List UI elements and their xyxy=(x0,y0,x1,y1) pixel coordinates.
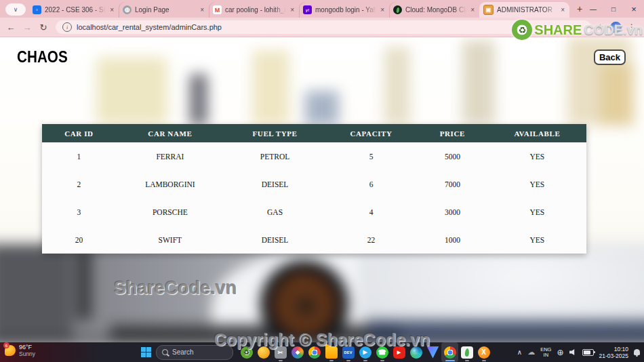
tab-close-icon[interactable]: × xyxy=(109,6,115,14)
forward-nav-button[interactable]: → xyxy=(19,19,35,35)
table-cell: 1 xyxy=(42,142,116,170)
tab-close-icon[interactable]: × xyxy=(199,6,205,14)
xampp-icon: X xyxy=(478,346,490,359)
tab-title: car pooling - lohith_mopid xyxy=(225,6,286,14)
back-nav-button[interactable]: ← xyxy=(3,19,19,35)
tab-close-icon[interactable]: × xyxy=(289,6,295,14)
table-cell: 3000 xyxy=(417,198,488,226)
site-info-icon[interactable]: i xyxy=(62,22,72,32)
sharecode-recycle-icon: ♻ xyxy=(512,20,532,40)
table-cell: 2 xyxy=(42,170,116,198)
browser-tab[interactable]: y!mongodb login - Yahoo In× xyxy=(299,2,389,18)
table-row: 1FERRAIPETROL55000YES xyxy=(42,142,586,170)
tab-title: 2022 - CSE 306 - SOFTWA xyxy=(45,6,106,14)
bg-shape xyxy=(305,91,339,125)
mongodb-compass-icon xyxy=(461,346,473,359)
table-cell: 1000 xyxy=(417,226,488,254)
sharecode-logo-share: SHARE xyxy=(534,22,582,38)
tab-search-button[interactable]: ∨ xyxy=(5,3,26,16)
minimize-button[interactable]: — xyxy=(583,0,603,18)
tab-title: ADMINISTRATOR xyxy=(497,6,557,14)
table-cell: 22 xyxy=(325,226,417,254)
sharecode-logo-code: CODE.vn xyxy=(584,22,643,38)
reload-button[interactable]: ↻ xyxy=(35,19,52,35)
weather-badge: 6 xyxy=(3,342,9,348)
back-button[interactable]: Back xyxy=(594,49,626,65)
tab-close-icon[interactable]: × xyxy=(560,6,565,14)
clock[interactable]: 10:10 21-03-2025 xyxy=(599,346,628,359)
table-cell: DEISEL xyxy=(224,170,325,198)
bg-shape xyxy=(252,50,289,125)
bg-shape xyxy=(462,40,495,125)
column-header: FUEL TYPE xyxy=(224,124,325,142)
page-viewport: CHAOS Back CAR IDCAR NAMEFUEL TYPECAPACI… xyxy=(0,37,644,342)
network-icon[interactable]: ⊕ xyxy=(557,348,563,357)
table-cell: LAMBORGINI xyxy=(116,170,224,198)
column-header: AVAILABLE xyxy=(488,124,586,142)
tab-title: Cloud: MongoDB Cloud xyxy=(405,6,466,14)
yahoo-favicon: y! xyxy=(303,5,312,14)
tab-close-icon[interactable]: × xyxy=(470,6,475,14)
table-cell: 5000 xyxy=(417,142,488,170)
table-cell: YES xyxy=(488,226,586,254)
browser-tab[interactable]: ▫2022 - CSE 306 - SOFTWA× xyxy=(28,2,119,18)
xampp-icon[interactable]: X xyxy=(475,342,492,362)
browser-tab[interactable]: Mcar pooling - lohith_mopid× xyxy=(209,2,299,18)
table-row: 3PORSCHEGAS43000YES xyxy=(42,198,586,226)
mongodb-favicon xyxy=(393,5,402,14)
url-text[interactable]: localhost/car_rental_system/adminCars.ph… xyxy=(77,23,222,31)
weather-widget[interactable]: 6 96°F Sunny xyxy=(5,344,35,357)
table-cell: YES xyxy=(488,170,586,198)
weather-condition: Sunny xyxy=(19,350,35,357)
sun-icon: 6 xyxy=(5,345,16,356)
url-bar[interactable]: i localhost/car_rental_system/adminCars.… xyxy=(56,20,591,34)
table-cell: DEISEL xyxy=(224,226,325,254)
chevron-down-icon: ∨ xyxy=(14,6,18,13)
maximize-button[interactable]: □ xyxy=(603,0,624,18)
browser-tab[interactable]: ⊕Login Page× xyxy=(119,2,209,18)
image-favicon: ▣ xyxy=(483,5,494,15)
bg-shape xyxy=(600,64,634,125)
browser-tab[interactable]: ▣ADMINISTRATOR× xyxy=(479,2,569,18)
screen: ∨ ▫2022 - CSE 306 - SOFTWA×⊕Login Page×M… xyxy=(0,0,644,362)
mongodb-compass-icon[interactable] xyxy=(458,342,475,362)
sharecode-logo: ♻ SHARE CODE.vn xyxy=(512,20,643,40)
table-cell: GAS xyxy=(224,198,325,226)
chrome-active-icon[interactable] xyxy=(441,342,458,362)
chevron-up-icon[interactable]: ∧ xyxy=(517,348,522,356)
language-indicator[interactable]: ENG IN xyxy=(540,347,551,358)
column-header: PRICE xyxy=(417,124,488,142)
tray-date: 21-03-2025 xyxy=(599,353,628,359)
table-cell: SWIFT xyxy=(116,226,224,254)
bg-shape xyxy=(190,74,207,125)
onedrive-icon[interactable]: ☁ xyxy=(527,348,535,357)
cars-table: CAR IDCAR NAMEFUEL TYPECAPACITYPRICEAVAI… xyxy=(42,124,586,254)
bg-shape xyxy=(0,244,73,342)
column-header: CAR NAME xyxy=(116,124,224,142)
close-button[interactable]: × xyxy=(624,0,644,18)
bg-shape xyxy=(96,57,167,125)
table-cell: 3 xyxy=(42,198,116,226)
column-header: CAR ID xyxy=(42,124,116,142)
browser-tab[interactable]: Cloud: MongoDB Cloud× xyxy=(389,2,479,18)
table-row: 2LAMBORGINIDEISEL67000YES xyxy=(42,170,586,198)
battery-icon[interactable] xyxy=(582,349,594,356)
background-wheel-hub xyxy=(296,296,316,316)
classroom-favicon: ▫ xyxy=(33,5,41,14)
start-button[interactable] xyxy=(141,347,151,357)
window-controls: — □ × xyxy=(583,0,644,18)
volume-icon[interactable] xyxy=(569,349,577,356)
table-row: 20SWIFTDEISEL221000YES xyxy=(42,226,586,254)
notifications-icon[interactable] xyxy=(634,349,640,355)
tab-close-icon[interactable]: × xyxy=(380,6,385,14)
weather-temp: 96°F xyxy=(19,344,35,350)
tab-strip: ▫2022 - CSE 306 - SOFTWA×⊕Login Page×Mca… xyxy=(28,0,569,18)
table-cell: 7000 xyxy=(417,170,488,198)
system-tray: ∧ ☁ ENG IN ⊕ 10:10 21-03-2025 xyxy=(517,342,640,362)
table-cell: FERRAI xyxy=(116,142,224,170)
bg-shape xyxy=(384,47,410,125)
tab-title: Login Page xyxy=(135,6,196,14)
watermark-sharecode: ShareCode.vn xyxy=(114,278,237,299)
table-cell: 20 xyxy=(42,226,116,254)
search-icon xyxy=(162,349,168,355)
